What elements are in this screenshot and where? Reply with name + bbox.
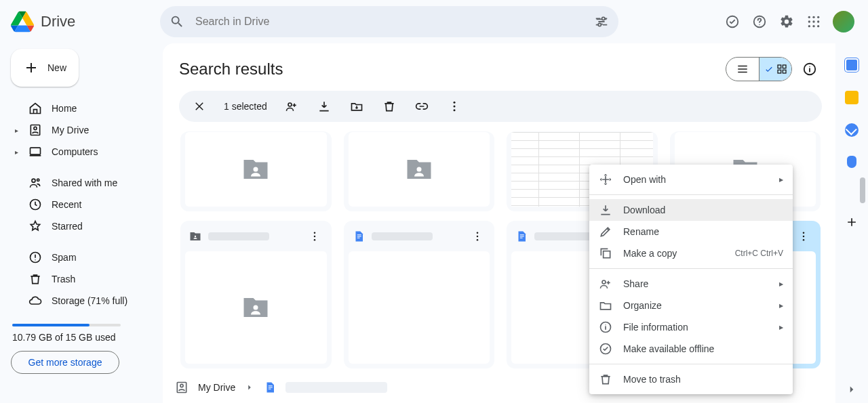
nav-spam[interactable]: Spam xyxy=(11,247,155,268)
ctx-shortcut: Ctrl+C Ctrl+V xyxy=(735,249,783,258)
storage-text: 10.79 GB of 15 GB used xyxy=(11,332,155,343)
nav-trash[interactable]: Trash xyxy=(11,268,155,290)
chevron-right-icon xyxy=(245,383,254,392)
search-icon xyxy=(170,14,184,29)
hide-side-panel-icon[interactable] xyxy=(844,381,860,398)
ctx-offline[interactable]: Make available offline xyxy=(589,338,793,360)
nav-shared[interactable]: Shared with me xyxy=(11,172,155,194)
ctx-open-with[interactable]: Open with▶ xyxy=(589,169,793,190)
nav-label: Computers xyxy=(52,146,98,157)
delete-button[interactable] xyxy=(381,98,397,114)
file-card[interactable] xyxy=(180,131,332,211)
account-avatar[interactable] xyxy=(833,11,854,33)
search-input[interactable] xyxy=(194,15,585,28)
card-more-icon[interactable] xyxy=(307,228,323,245)
breadcrumb-root[interactable]: My Drive xyxy=(198,382,235,393)
svg-point-27 xyxy=(809,66,810,67)
nav-starred[interactable]: Starred xyxy=(11,215,155,237)
get-addons-icon[interactable] xyxy=(844,214,860,230)
link-button[interactable] xyxy=(414,98,430,114)
card-more-icon[interactable] xyxy=(795,228,812,245)
docs-icon xyxy=(353,230,365,242)
more-button[interactable] xyxy=(446,98,462,114)
list-view-button[interactable] xyxy=(726,58,759,81)
top-right-icons xyxy=(724,11,857,33)
nav-mydrive[interactable]: ▸My Drive xyxy=(11,119,155,141)
ctx-file-info[interactable]: File information▶ xyxy=(589,316,793,338)
file-title xyxy=(372,232,433,240)
selection-toolbar: 1 selected xyxy=(179,91,822,122)
apps-icon[interactable] xyxy=(806,14,822,30)
nav-label: Shared with me xyxy=(52,177,117,188)
submenu-arrow-icon: ▶ xyxy=(779,303,783,309)
settings-icon[interactable] xyxy=(778,14,795,30)
keep-app-icon[interactable] xyxy=(845,91,859,104)
tasks-app-icon[interactable] xyxy=(845,123,859,137)
nav-label: Storage (71% full) xyxy=(52,295,127,306)
svg-point-7 xyxy=(817,16,819,18)
ctx-make-copy[interactable]: Make a copy Ctrl+C Ctrl+V xyxy=(589,242,793,264)
ctx-label: Make a copy xyxy=(623,248,677,259)
help-icon[interactable] xyxy=(751,14,768,30)
ctx-share[interactable]: Share▶ xyxy=(589,273,793,295)
svg-point-33 xyxy=(416,167,421,172)
contacts-app-icon[interactable] xyxy=(847,156,856,168)
card-more-icon[interactable] xyxy=(469,228,486,245)
info-icon xyxy=(599,320,612,334)
ready-offline-icon[interactable] xyxy=(724,14,741,30)
docs-icon xyxy=(515,230,528,242)
nav-storage[interactable]: Storage (71% full) xyxy=(11,290,155,312)
svg-point-12 xyxy=(812,25,814,27)
new-button[interactable]: New xyxy=(11,49,79,87)
file-card[interactable] xyxy=(344,131,495,211)
nav-recent[interactable]: Recent xyxy=(11,194,155,215)
search-options-icon[interactable] xyxy=(594,14,609,29)
download-button[interactable] xyxy=(316,98,332,114)
file-card[interactable] xyxy=(180,221,332,368)
svg-point-36 xyxy=(313,232,315,234)
nav-label: Trash xyxy=(52,274,75,284)
mydrive-icon xyxy=(28,123,42,137)
move-button[interactable] xyxy=(349,98,365,114)
share-button[interactable] xyxy=(283,98,300,114)
ctx-trash[interactable]: Move to trash xyxy=(589,368,793,390)
organize-icon xyxy=(599,299,612,312)
svg-point-13 xyxy=(817,25,819,27)
get-storage-button[interactable]: Get more storage xyxy=(11,351,119,374)
svg-point-39 xyxy=(254,305,258,310)
svg-point-38 xyxy=(313,239,315,241)
download-icon xyxy=(599,203,612,217)
submenu-arrow-icon: ▶ xyxy=(779,324,783,331)
svg-point-17 xyxy=(32,179,35,182)
context-menu: Open with▶ Download Rename Make a copy C… xyxy=(589,165,793,394)
storage-bar xyxy=(12,324,121,326)
new-button-label: New xyxy=(47,62,66,73)
breadcrumb-file[interactable] xyxy=(285,382,387,393)
svg-point-44 xyxy=(803,236,805,238)
ctx-download[interactable]: Download xyxy=(589,199,793,221)
nav-computers[interactable]: ▸Computers xyxy=(11,141,155,163)
svg-point-0 xyxy=(602,17,605,20)
calendar-app-icon[interactable] xyxy=(845,58,859,72)
logo-area[interactable]: Drive xyxy=(11,10,152,33)
scrollbar-thumb[interactable] xyxy=(860,177,865,203)
svg-point-8 xyxy=(808,20,810,22)
svg-point-4 xyxy=(759,24,760,25)
side-panel xyxy=(835,43,868,403)
ctx-label: Move to trash xyxy=(623,374,681,385)
grid-view-button[interactable] xyxy=(759,58,791,81)
ctx-rename[interactable]: Rename xyxy=(589,221,793,242)
file-card[interactable] xyxy=(344,221,495,368)
offline-icon xyxy=(599,342,612,356)
svg-point-29 xyxy=(453,102,455,104)
file-title xyxy=(208,232,269,240)
clear-selection-button[interactable] xyxy=(191,98,208,114)
search-bar[interactable] xyxy=(160,6,618,37)
svg-rect-25 xyxy=(783,70,786,73)
ctx-label: Organize xyxy=(623,300,662,311)
ctx-organize[interactable]: Organize▶ xyxy=(589,295,793,316)
ctx-label: Rename xyxy=(623,226,659,237)
nav-home[interactable]: Home xyxy=(11,98,155,119)
view-toggle xyxy=(726,57,792,81)
info-icon[interactable] xyxy=(802,61,818,77)
